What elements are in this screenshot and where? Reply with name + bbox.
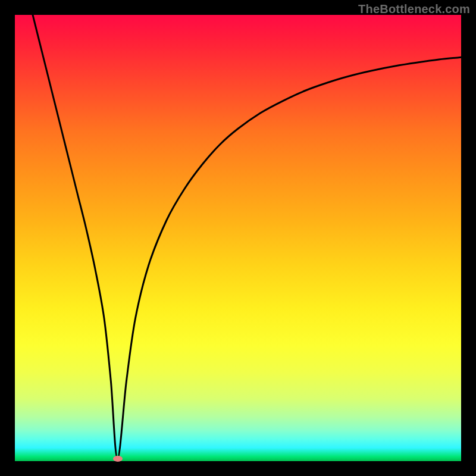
bottleneck-curve	[33, 15, 461, 459]
plot-area	[15, 15, 461, 461]
chart-frame: TheBottleneck.com	[0, 0, 476, 476]
curve-svg	[15, 15, 461, 461]
watermark-text: TheBottleneck.com	[358, 2, 470, 16]
min-point-marker	[113, 456, 123, 462]
